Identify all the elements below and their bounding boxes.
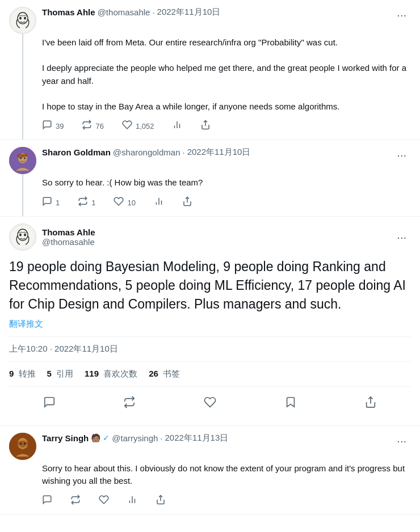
bookmark-label: 书签 [163,369,180,378]
thread-line-1 [22,34,23,140]
tweet-2-reply-btn[interactable]: 1 [42,196,60,209]
tweet-3-body: Sorry to hear about this. I obviously do… [9,462,411,508]
like-count: 119 [85,369,99,378]
tweet-2-username[interactable]: Sharon Goldman [42,147,111,157]
svg-point-26 [20,442,22,444]
tweet-3-handle[interactable]: @tarrysingh [112,433,158,443]
views-icon-2 [154,196,164,209]
tweet-2-user-section: Sharon Goldman @sharongoldman · 2022年11月… [9,147,392,174]
avatar-thomas-1 [9,7,36,34]
tweet-1-text: I've been laid off from Meta. Our entire… [42,36,411,113]
tweet-1-date: 2022年11月10日 [157,7,221,18]
tweet-1-header: Thomas Ahle @thomasahle · 2022年11月10日 ··… [9,7,411,34]
tweet-3-like-btn[interactable] [99,495,109,508]
main-tweet: Thomas Ahle @thomasahle ··· 19 people do… [0,217,420,426]
tweet-2-share-btn[interactable] [182,196,192,209]
tweet-1-reply-btn[interactable]: 39 [42,120,64,133]
tweet-3-header: Tarry Singh 🧑🏽 ✓ @tarrysingh · 2022年11月1… [9,433,411,460]
tweet-3-more-btn[interactable]: ··· [392,433,411,449]
tweet-3-user-section: Tarry Singh 🧑🏽 ✓ @tarrysingh · 2022年11月1… [9,433,392,460]
tweet-1-views-btn[interactable] [172,120,182,133]
main-retweet-btn[interactable] [119,391,140,416]
main-bookmark-btn[interactable] [280,391,301,416]
main-tweet-user-info: Thomas Ahle @thomasahle [42,227,95,247]
tweet-2-text: So sorry to hear. :( How big was the tea… [42,176,411,189]
reply-icon-3 [42,495,52,508]
tweet-3: Tarry Singh 🧑🏽 ✓ @tarrysingh · 2022年11月1… [0,426,420,515]
tweet-2-views-btn[interactable] [154,196,164,209]
svg-point-13 [24,158,26,159]
main-tweet-actions [9,389,411,419]
tweet-3-retweet-btn[interactable] [70,495,81,508]
quote-stat: 5 引用 [47,369,74,379]
tweet-3-username[interactable]: Tarry Singh [42,433,89,443]
retweet-icon-3 [70,495,81,508]
tweet-1-share-btn[interactable] [200,120,211,133]
tweet-2: Sharon Goldman @sharongoldman · 2022年11月… [0,140,420,217]
reply-icon-2 [42,196,52,209]
like-icon-2 [114,196,124,209]
tweet-3-date: 2022年11月13日 [165,433,229,444]
svg-point-12 [20,158,22,159]
tweet-3-share-btn[interactable] [156,495,166,508]
tweet-2-more-btn[interactable]: ··· [392,147,411,163]
tweet-3-dot: · [160,433,162,443]
main-reply-btn[interactable] [39,391,60,416]
svg-point-3 [24,17,26,20]
tweet-3-views-btn[interactable] [127,495,137,508]
verified-badge: ✓ [103,433,110,442]
thread-line-2 [22,174,23,216]
like-icon [122,120,132,133]
share-icon-2 [182,196,192,209]
tweet-1-user-info: Thomas Ahle @thomasahle · 2022年11月10日 [42,7,220,18]
tweet-1-retweet-btn[interactable]: 76 [82,120,103,133]
tweet-1: Thomas Ahle @thomasahle · 2022年11月10日 ··… [0,0,420,140]
tweet-2-retweet-count: 1 [91,199,95,207]
tweet-1-like-btn[interactable]: 1,052 [122,120,154,133]
svg-point-11 [22,154,28,157]
tweet-3-text: Sorry to hear about this. I obviously do… [42,462,411,488]
retweet-count: 9 [9,369,14,378]
tarry-emoji: 🧑🏽 [91,433,100,442]
tweet-1-reply-count: 39 [56,122,64,130]
svg-point-25 [18,441,28,446]
tweet-2-user-info: Sharon Goldman @sharongoldman · 2022年11月… [42,147,250,158]
main-tweet-body-text: 19 people doing Bayesian Modeling, 9 peo… [9,257,411,314]
tweet-1-more-btn[interactable]: ··· [392,7,411,23]
tweet-2-date: 2022年11月10日 [187,147,251,158]
main-tweet-time: 上午10:20 · 2022年11月10日 [9,344,118,353]
main-tweet-more-btn[interactable]: ··· [392,229,411,245]
tweet-1-dot: · [152,7,154,17]
main-share-btn[interactable] [360,391,381,416]
tweet-1-username[interactable]: Thomas Ahle [42,7,95,17]
tweet-2-name-row: Sharon Goldman @sharongoldman · 2022年11月… [42,147,250,158]
svg-point-20 [19,233,22,236]
like-label: 喜欢次数 [103,369,137,378]
main-tweet-username[interactable]: Thomas Ahle [42,227,95,237]
retweet-label: 转推 [19,369,36,378]
bookmark-count: 26 [149,369,158,378]
tweet-2-like-btn[interactable]: 10 [114,196,135,209]
main-like-btn[interactable] [199,391,221,416]
quote-label: 引用 [56,369,73,378]
tweet-1-like-count: 1,052 [136,122,154,130]
tweet-3-reply-btn[interactable] [42,495,52,508]
share-icon-3 [156,495,166,508]
avatar-sharon [9,147,36,174]
main-tweet-handle[interactable]: @thomasahle [42,237,95,247]
retweet-stat: 9 转推 [9,369,36,379]
tweet-3-actions [42,495,411,508]
tweet-1-handle[interactable]: @thomasahle [98,7,150,17]
tweet-2-reply-count: 1 [56,199,60,207]
main-tweet-stats: 9 转推 5 引用 119 喜欢次数 26 书签 [9,361,411,387]
like-stat: 119 喜欢次数 [85,369,137,379]
tweet-2-retweet-btn[interactable]: 1 [78,196,95,209]
quote-count: 5 [47,369,52,378]
avatar-thomas-main [9,223,36,251]
views-icon-3 [127,495,137,508]
svg-point-2 [19,17,22,20]
translate-link[interactable]: 翻译推文 [9,319,411,330]
tweet-2-dot: · [182,147,184,157]
tweet-2-handle[interactable]: @sharongoldman [113,147,180,157]
tweet-1-name-row: Thomas Ahle @thomasahle · 2022年11月10日 [42,7,220,18]
